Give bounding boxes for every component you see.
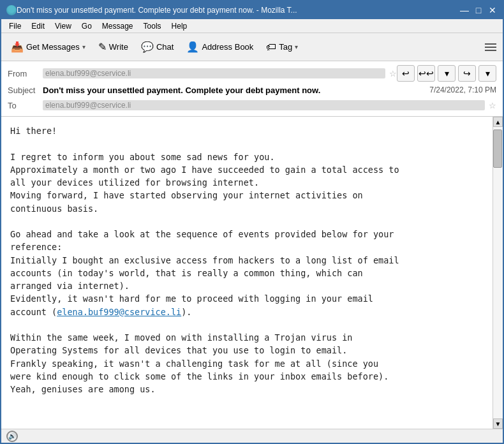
email-body-wrapper: Hi there! I regret to inform you about s…: [1, 117, 503, 429]
menu-help[interactable]: Help: [167, 20, 193, 32]
window-title: Don't miss your unsettled payment. Compl…: [17, 6, 459, 15]
menu-tools[interactable]: Tools: [138, 20, 167, 32]
menu-message[interactable]: Message: [97, 20, 138, 32]
get-messages-button[interactable]: 📥 Get Messages ▾: [5, 37, 91, 57]
chat-label: Chat: [156, 42, 174, 52]
email-link-account[interactable]: elena.buf999@cservice.li: [57, 307, 181, 317]
scroll-up-button[interactable]: ▲: [493, 117, 503, 127]
forward-dropdown-button[interactable]: ▾: [478, 65, 496, 82]
get-messages-dropdown-arrow[interactable]: ▾: [82, 43, 85, 50]
from-star-icon[interactable]: ☆: [389, 69, 397, 78]
reply-controls: ↩ ↩↩ ▾ ↪ ▾: [397, 65, 496, 82]
menu-go[interactable]: Go: [77, 20, 97, 32]
tag-button[interactable]: 🏷 Tag ▾: [260, 37, 304, 57]
hamburger-menu-button[interactable]: [482, 41, 499, 54]
hamburger-line-2: [485, 47, 496, 48]
from-value: elena.buf999@cservice.li: [43, 68, 385, 78]
scroll-thumb[interactable]: [493, 130, 502, 168]
tag-label: Tag: [279, 42, 292, 52]
to-value: elena.buf999@cservice.li: [43, 100, 485, 110]
window-controls: — □ ✕: [459, 5, 498, 15]
connection-status-icon: 🔊: [6, 431, 18, 442]
minimize-button[interactable]: —: [459, 5, 470, 15]
menu-file[interactable]: File: [4, 20, 26, 32]
reply-all-button[interactable]: ↩↩: [417, 65, 435, 82]
status-bar: 🔊: [1, 429, 503, 443]
subject-value: Don't miss your unsettled payment. Compl…: [43, 85, 423, 95]
reply-button[interactable]: ↩: [397, 65, 415, 82]
subject-label: Subject: [8, 85, 43, 95]
chat-button[interactable]: 💬 Chat: [135, 37, 179, 57]
tag-icon: 🏷: [266, 41, 276, 53]
from-label: From: [8, 69, 43, 78]
to-star-icon[interactable]: ☆: [489, 101, 496, 110]
to-row: To elena.buf999@cservice.li ☆: [8, 98, 496, 112]
menu-view[interactable]: View: [50, 20, 77, 32]
forward-button[interactable]: ↪: [458, 65, 476, 82]
get-messages-label: Get Messages: [26, 42, 80, 52]
scroll-down-button[interactable]: ▼: [493, 418, 503, 429]
address-book-label: Address Book: [202, 42, 253, 52]
title-bar: Don't miss your unsettled payment. Compl…: [1, 1, 503, 19]
hamburger-line-3: [485, 50, 496, 51]
email-date: 7/24/2022, 7:10 PM: [429, 85, 496, 94]
from-row: From elena.buf999@cservice.li ☆ ↩ ↩↩ ▾ ↪…: [8, 65, 496, 82]
reply-dropdown-button[interactable]: ▾: [438, 65, 456, 82]
scroll-track: [493, 127, 503, 418]
toolbar: 📥 Get Messages ▾ ✎ Write 💬 Chat 👤 Addres…: [1, 33, 503, 61]
chat-icon: 💬: [141, 41, 154, 53]
thunderbird-icon: [6, 5, 17, 15]
hamburger-line-1: [485, 43, 496, 45]
write-button[interactable]: ✎ Write: [93, 37, 134, 57]
get-messages-icon: 📥: [11, 41, 24, 53]
browser-window: Don't miss your unsettled payment. Compl…: [0, 0, 504, 444]
email-body[interactable]: Hi there! I regret to inform you about s…: [1, 117, 493, 429]
email-header: From elena.buf999@cservice.li ☆ ↩ ↩↩ ▾ ↪…: [1, 61, 503, 117]
scrollbar[interactable]: ▲ ▼: [493, 117, 503, 429]
close-button[interactable]: ✕: [487, 5, 498, 15]
write-label: Write: [109, 42, 128, 52]
address-book-icon: 👤: [186, 41, 199, 53]
menu-bar: File Edit View Go Message Tools Help: [1, 19, 503, 33]
subject-row: Subject Don't miss your unsettled paymen…: [8, 83, 496, 97]
write-icon: ✎: [98, 41, 107, 53]
tag-dropdown-arrow[interactable]: ▾: [295, 43, 298, 50]
maximize-button[interactable]: □: [473, 5, 484, 15]
to-label: To: [8, 101, 43, 110]
menu-edit[interactable]: Edit: [26, 20, 50, 32]
address-book-button[interactable]: 👤 Address Book: [181, 37, 259, 57]
